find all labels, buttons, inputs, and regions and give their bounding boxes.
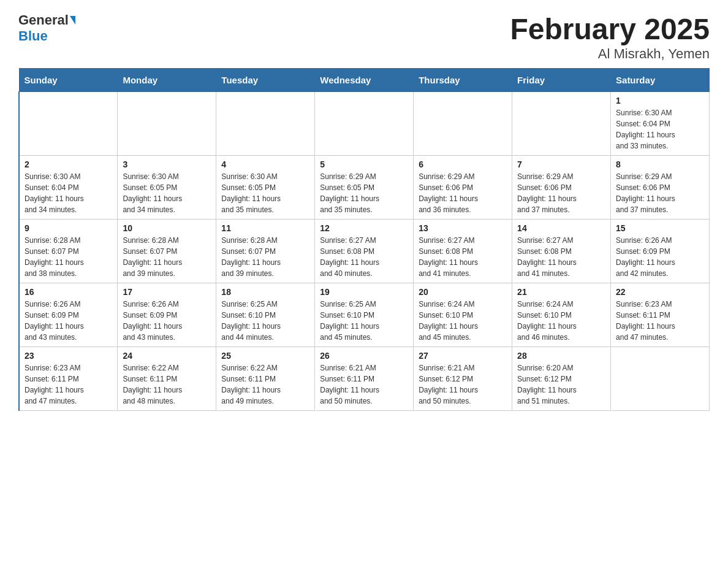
day-info: Sunrise: 6:30 AM Sunset: 6:04 PM Dayligh… <box>616 107 704 151</box>
table-row: 8Sunrise: 6:29 AM Sunset: 6:06 PM Daylig… <box>611 156 710 220</box>
page-title: February 2025 <box>510 12 710 46</box>
calendar-week-row: 2Sunrise: 6:30 AM Sunset: 6:04 PM Daylig… <box>19 156 710 220</box>
table-row: 15Sunrise: 6:26 AM Sunset: 6:09 PM Dayli… <box>611 220 710 283</box>
day-info: Sunrise: 6:22 AM Sunset: 6:11 PM Dayligh… <box>123 362 211 407</box>
day-number: 28 <box>517 351 605 361</box>
day-number: 27 <box>419 351 507 361</box>
day-number: 23 <box>25 351 112 361</box>
table-row: 25Sunrise: 6:22 AM Sunset: 6:11 PM Dayli… <box>216 347 315 411</box>
day-number: 24 <box>123 351 211 361</box>
day-info: Sunrise: 6:26 AM Sunset: 6:09 PM Dayligh… <box>616 235 704 279</box>
page-subtitle: Al Misrakh, Yemen <box>510 46 710 62</box>
day-number: 8 <box>616 159 704 169</box>
table-row <box>216 92 315 156</box>
day-info: Sunrise: 6:23 AM Sunset: 6:11 PM Dayligh… <box>25 362 112 407</box>
day-info: Sunrise: 6:22 AM Sunset: 6:11 PM Dayligh… <box>221 362 309 407</box>
table-row: 11Sunrise: 6:28 AM Sunset: 6:07 PM Dayli… <box>216 220 315 283</box>
table-row: 20Sunrise: 6:24 AM Sunset: 6:10 PM Dayli… <box>414 283 512 347</box>
table-row: 26Sunrise: 6:21 AM Sunset: 6:11 PM Dayli… <box>315 347 414 411</box>
table-row: 12Sunrise: 6:27 AM Sunset: 6:08 PM Dayli… <box>315 220 414 283</box>
day-info: Sunrise: 6:27 AM Sunset: 6:08 PM Dayligh… <box>419 235 507 279</box>
day-number: 18 <box>221 287 309 297</box>
day-number: 12 <box>320 223 408 233</box>
day-number: 16 <box>25 287 112 297</box>
logo-triangle-icon <box>70 16 75 25</box>
table-row: 28Sunrise: 6:20 AM Sunset: 6:12 PM Dayli… <box>512 347 611 411</box>
calendar-week-row: 23Sunrise: 6:23 AM Sunset: 6:11 PM Dayli… <box>19 347 710 411</box>
table-row <box>512 92 611 156</box>
day-info: Sunrise: 6:29 AM Sunset: 6:06 PM Dayligh… <box>517 171 605 215</box>
table-row: 22Sunrise: 6:23 AM Sunset: 6:11 PM Dayli… <box>611 283 710 347</box>
col-saturday: Saturday <box>611 69 710 92</box>
day-number: 10 <box>123 223 211 233</box>
col-thursday: Thursday <box>414 69 512 92</box>
table-row: 6Sunrise: 6:29 AM Sunset: 6:06 PM Daylig… <box>414 156 512 220</box>
day-info: Sunrise: 6:21 AM Sunset: 6:12 PM Dayligh… <box>419 362 507 407</box>
col-monday: Monday <box>118 69 216 92</box>
day-info: Sunrise: 6:29 AM Sunset: 6:05 PM Dayligh… <box>320 171 408 215</box>
col-wednesday: Wednesday <box>315 69 414 92</box>
day-info: Sunrise: 6:28 AM Sunset: 6:07 PM Dayligh… <box>221 235 309 279</box>
col-tuesday: Tuesday <box>216 69 315 92</box>
day-info: Sunrise: 6:25 AM Sunset: 6:10 PM Dayligh… <box>221 299 309 343</box>
day-info: Sunrise: 6:26 AM Sunset: 6:09 PM Dayligh… <box>25 299 112 343</box>
day-number: 3 <box>123 159 211 169</box>
day-number: 9 <box>25 223 112 233</box>
table-row: 4Sunrise: 6:30 AM Sunset: 6:05 PM Daylig… <box>216 156 315 220</box>
table-row: 7Sunrise: 6:29 AM Sunset: 6:06 PM Daylig… <box>512 156 611 220</box>
day-info: Sunrise: 6:28 AM Sunset: 6:07 PM Dayligh… <box>25 235 112 279</box>
day-number: 1 <box>616 96 704 105</box>
table-row <box>414 92 512 156</box>
table-row: 18Sunrise: 6:25 AM Sunset: 6:10 PM Dayli… <box>216 283 315 347</box>
day-number: 22 <box>616 287 704 297</box>
day-number: 4 <box>221 159 309 169</box>
day-number: 7 <box>517 159 605 169</box>
table-row: 23Sunrise: 6:23 AM Sunset: 6:11 PM Dayli… <box>19 347 118 411</box>
calendar-week-row: 9Sunrise: 6:28 AM Sunset: 6:07 PM Daylig… <box>19 220 710 283</box>
day-number: 15 <box>616 223 704 233</box>
day-info: Sunrise: 6:25 AM Sunset: 6:10 PM Dayligh… <box>320 299 408 343</box>
table-row: 9Sunrise: 6:28 AM Sunset: 6:07 PM Daylig… <box>19 220 118 283</box>
day-number: 2 <box>25 159 112 169</box>
table-row <box>611 347 710 411</box>
table-row: 5Sunrise: 6:29 AM Sunset: 6:05 PM Daylig… <box>315 156 414 220</box>
day-info: Sunrise: 6:30 AM Sunset: 6:05 PM Dayligh… <box>221 171 309 215</box>
day-number: 6 <box>419 159 507 169</box>
calendar-week-row: 16Sunrise: 6:26 AM Sunset: 6:09 PM Dayli… <box>19 283 710 347</box>
day-number: 21 <box>517 287 605 297</box>
table-row <box>315 92 414 156</box>
table-row: 24Sunrise: 6:22 AM Sunset: 6:11 PM Dayli… <box>118 347 216 411</box>
table-row: 10Sunrise: 6:28 AM Sunset: 6:07 PM Dayli… <box>118 220 216 283</box>
calendar-week-row: 1Sunrise: 6:30 AM Sunset: 6:04 PM Daylig… <box>19 92 710 156</box>
calendar-header-row: Sunday Monday Tuesday Wednesday Thursday… <box>19 69 710 92</box>
col-friday: Friday <box>512 69 611 92</box>
day-info: Sunrise: 6:23 AM Sunset: 6:11 PM Dayligh… <box>616 299 704 343</box>
day-info: Sunrise: 6:24 AM Sunset: 6:10 PM Dayligh… <box>517 299 605 343</box>
day-number: 17 <box>123 287 211 297</box>
day-info: Sunrise: 6:28 AM Sunset: 6:07 PM Dayligh… <box>123 235 211 279</box>
day-number: 25 <box>221 351 309 361</box>
day-number: 11 <box>221 223 309 233</box>
day-number: 19 <box>320 287 408 297</box>
day-number: 26 <box>320 351 408 361</box>
table-row: 2Sunrise: 6:30 AM Sunset: 6:04 PM Daylig… <box>19 156 118 220</box>
page-header: General Blue February 2025 Al Misrakh, Y… <box>18 12 710 62</box>
day-info: Sunrise: 6:21 AM Sunset: 6:11 PM Dayligh… <box>320 362 408 407</box>
table-row <box>19 92 118 156</box>
table-row <box>118 92 216 156</box>
table-row: 16Sunrise: 6:26 AM Sunset: 6:09 PM Dayli… <box>19 283 118 347</box>
table-row: 3Sunrise: 6:30 AM Sunset: 6:05 PM Daylig… <box>118 156 216 220</box>
col-sunday: Sunday <box>19 69 118 92</box>
day-number: 5 <box>320 159 408 169</box>
logo-blue-text: Blue <box>18 28 48 44</box>
day-info: Sunrise: 6:26 AM Sunset: 6:09 PM Dayligh… <box>123 299 211 343</box>
title-block: February 2025 Al Misrakh, Yemen <box>510 12 710 62</box>
calendar-table: Sunday Monday Tuesday Wednesday Thursday… <box>18 68 710 411</box>
day-info: Sunrise: 6:27 AM Sunset: 6:08 PM Dayligh… <box>517 235 605 279</box>
table-row: 19Sunrise: 6:25 AM Sunset: 6:10 PM Dayli… <box>315 283 414 347</box>
logo-general-text: General <box>18 12 69 28</box>
table-row: 27Sunrise: 6:21 AM Sunset: 6:12 PM Dayli… <box>414 347 512 411</box>
table-row: 13Sunrise: 6:27 AM Sunset: 6:08 PM Dayli… <box>414 220 512 283</box>
table-row: 17Sunrise: 6:26 AM Sunset: 6:09 PM Dayli… <box>118 283 216 347</box>
logo: General Blue <box>18 12 75 44</box>
